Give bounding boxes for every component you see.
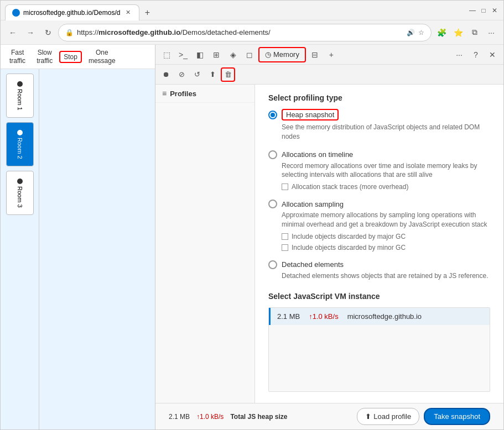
slow-traffic-label: Slow traffic xyxy=(37,49,53,64)
devtools-inner: ≡ Profiles Select profiling type Heap sn… xyxy=(155,85,503,403)
tab-close-button[interactable]: ✕ xyxy=(123,8,132,17)
nav-extras: 🧩 ⭐ ⧉ ··· xyxy=(434,25,499,40)
heap-snapshot-radio[interactable] xyxy=(268,111,277,119)
favorites-button[interactable]: ⭐ xyxy=(450,25,466,40)
major-gc-label: Include objects discarded by major GC xyxy=(292,233,406,240)
load-button[interactable]: ⬆ xyxy=(205,67,220,82)
room-2-label: Room 2 xyxy=(17,138,23,159)
collections-button[interactable]: ⧉ xyxy=(467,25,482,40)
allocation-stack-traces-label: Allocation stack traces (more overhead) xyxy=(292,183,408,191)
vm-empty-space xyxy=(269,325,490,391)
detached-elements-row[interactable]: Detached elements xyxy=(268,260,490,269)
take-snapshot-button[interactable]: Take snapshot xyxy=(424,408,490,425)
heap-snapshot-label: Heap snapshot xyxy=(282,109,339,120)
footer-info: 2.1 MB ↑1.0 kB/s Total JS heap size xyxy=(169,413,288,421)
close-button[interactable]: ✕ xyxy=(490,6,499,15)
stop-button[interactable]: Stop xyxy=(59,51,82,63)
slow-traffic-button[interactable]: Slow traffic xyxy=(32,46,57,67)
one-message-label: One message xyxy=(89,49,116,64)
fast-traffic-button[interactable]: Fast traffic xyxy=(5,46,30,67)
devtools-top-toolbar: ⬚ >_ ◧ ⊞ ◈ ◻ ◷ Memory ⊟ + ··· ? ✕ xyxy=(155,45,503,65)
room-2-card[interactable]: Room 2 xyxy=(6,122,34,166)
vm-instance-row[interactable]: 2.1 MB ↑1.0 kB/s microsoftedge.github.io xyxy=(269,308,490,325)
active-tab[interactable]: microsoftedge.github.io/Demos/d ✕ xyxy=(5,4,139,20)
room-1-card[interactable]: Room 1 xyxy=(6,74,34,118)
devtools-close-button[interactable]: ✕ xyxy=(485,47,500,62)
detached-elements-option: Detached elements Detached elements show… xyxy=(268,260,490,281)
address-domain: microsoftedge.github.io xyxy=(98,28,180,36)
allocations-timeline-row[interactable]: Allocations on timeline xyxy=(268,150,490,159)
vm-rate: ↑1.0 kB/s xyxy=(309,312,338,321)
extensions-button[interactable]: 🧩 xyxy=(434,25,449,40)
network-tool-button[interactable]: ⊞ xyxy=(209,47,224,62)
minimize-button[interactable]: — xyxy=(468,6,477,15)
profiling-section-title: Select profiling type xyxy=(268,93,490,102)
new-tab-button[interactable]: + xyxy=(139,5,155,20)
vm-mb: 2.1 MB xyxy=(277,312,300,321)
profiles-header: ≡ Profiles xyxy=(155,85,254,103)
window-controls: — □ ✕ xyxy=(468,6,499,15)
webpage-body: Room 1 Room 2 Room 3 xyxy=(1,69,155,429)
detached-elements-radio[interactable] xyxy=(268,260,277,269)
one-message-button[interactable]: One message xyxy=(84,46,120,67)
memory-tab-button[interactable]: ◷ Memory xyxy=(258,47,306,62)
delete-button[interactable]: 🗑 xyxy=(221,67,235,82)
footer-rate: ↑1.0 kB/s xyxy=(196,413,224,421)
forward-button[interactable]: → xyxy=(23,25,38,40)
allocation-sampling-label: Allocation sampling xyxy=(282,200,344,208)
footer-actions: ⬆ Load profile Take snapshot xyxy=(357,408,490,425)
load-profile-button[interactable]: ⬆ Load profile xyxy=(357,408,419,425)
allocation-stack-traces-checkbox[interactable] xyxy=(282,183,288,190)
room-3-card[interactable]: Room 3 xyxy=(6,171,34,215)
detached-elements-desc: Detached elements shows objects that are… xyxy=(282,271,490,281)
record-button[interactable]: ⏺ xyxy=(159,67,173,82)
profiling-area: Select profiling type Heap snapshot See … xyxy=(255,85,503,403)
allocations-timeline-radio[interactable] xyxy=(268,150,277,159)
major-gc-checkbox[interactable] xyxy=(282,233,288,240)
more-button[interactable]: ··· xyxy=(484,25,499,40)
maximize-button[interactable]: □ xyxy=(479,6,488,15)
room-3-dot xyxy=(17,179,23,184)
nav-bar: ← → ↻ 🔒 https://microsoftedge.github.io/… xyxy=(1,20,503,45)
devtools-help-button[interactable]: ? xyxy=(468,47,484,62)
refresh-button[interactable]: ↻ xyxy=(40,25,56,40)
allocations-timeline-option: Allocations on timeline Record memory al… xyxy=(268,150,490,191)
webpage-section: Fast traffic Slow traffic Stop One messa… xyxy=(1,45,155,429)
elements-tool-button[interactable]: ⬚ xyxy=(159,47,174,62)
tab-favicon xyxy=(12,9,20,17)
fast-traffic-label: Fast traffic xyxy=(9,49,25,64)
allocation-sampling-row[interactable]: Allocation sampling xyxy=(268,200,490,208)
heap-snapshot-row[interactable]: Heap snapshot xyxy=(268,109,490,120)
memory-icon: ◷ xyxy=(265,50,271,59)
console-tool-button[interactable]: >_ xyxy=(175,47,191,62)
load-profile-icon: ⬆ xyxy=(365,412,371,421)
memory-tab-label: Memory xyxy=(273,50,299,59)
browser-window: microsoftedge.github.io/Demos/d ✕ + — □ … xyxy=(0,0,504,430)
footer-mb: 2.1 MB xyxy=(169,413,190,421)
stop-recording-button[interactable]: ⊘ xyxy=(174,67,189,82)
layers-tool-button[interactable]: ⊟ xyxy=(307,47,323,62)
sources-tool-button[interactable]: ◧ xyxy=(192,47,207,62)
minor-gc-checkbox[interactable] xyxy=(282,244,288,251)
heap-snapshot-desc: See the memory distribution of JavaScrip… xyxy=(282,123,490,141)
address-bar[interactable]: 🔒 https://microsoftedge.github.io/Demos/… xyxy=(58,24,432,41)
profiles-sidebar: ≡ Profiles xyxy=(155,85,255,403)
tab-title: microsoftedge.github.io/Demos/d xyxy=(23,9,120,17)
room-1-label: Room 1 xyxy=(17,89,23,111)
vm-section-title: Select JavaScript VM instance xyxy=(268,292,490,301)
back-button[interactable]: ← xyxy=(5,25,20,40)
allocations-timeline-label: Allocations on timeline xyxy=(282,150,353,159)
room-1-dot xyxy=(17,81,23,87)
allocation-sampling-radio[interactable] xyxy=(268,200,277,208)
devtools-more-button[interactable]: ··· xyxy=(451,47,467,62)
take-snapshot-label: Take snapshot xyxy=(434,412,480,421)
clear-profiles-button[interactable]: ↺ xyxy=(190,67,204,82)
application-tool-button[interactable]: ◻ xyxy=(242,47,257,62)
profiles-icon: ≡ xyxy=(162,89,167,98)
add-tool-button[interactable]: + xyxy=(324,47,339,62)
detached-elements-label: Detached elements xyxy=(282,260,344,269)
footer-label: Total JS heap size xyxy=(230,413,287,421)
performance-tool-button[interactable]: ◈ xyxy=(225,47,241,62)
devtools-panel: ⬚ >_ ◧ ⊞ ◈ ◻ ◷ Memory ⊟ + ··· ? ✕ ⏺ xyxy=(155,45,503,429)
tab-bar: microsoftedge.github.io/Demos/d ✕ + xyxy=(5,1,465,20)
